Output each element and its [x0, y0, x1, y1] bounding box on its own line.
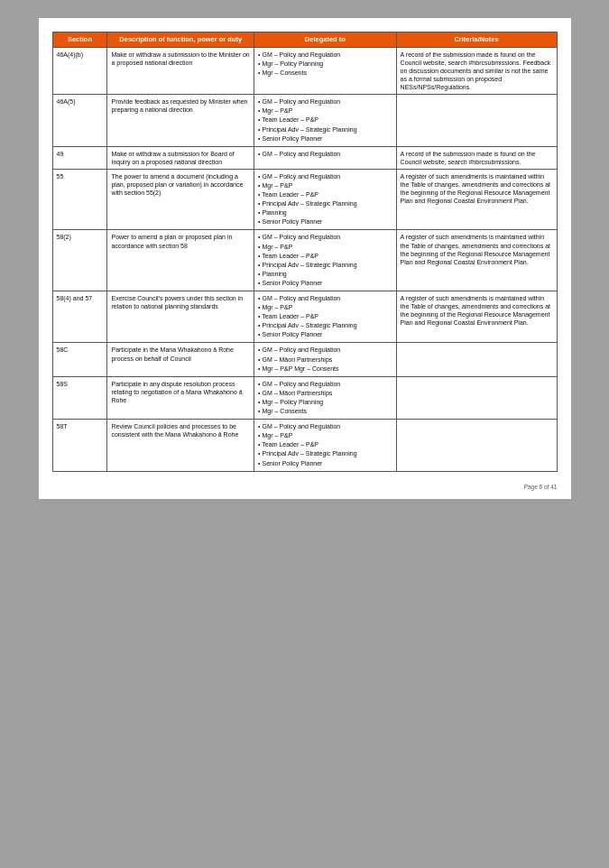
table-row: 46A(5)Provide feedback as requested by M… [52, 95, 557, 146]
cell-criteria [396, 420, 557, 471]
cell-section: 46A(4)(b) [52, 47, 107, 94]
list-item: Mgr – Consents [258, 407, 392, 415]
list-item: Senior Policy Planner [258, 330, 392, 338]
list-item: Planning [258, 270, 392, 278]
list-item: Senior Policy Planner [258, 217, 392, 226]
list-item: Mgr – P&P [258, 106, 392, 115]
list-item: GM – Policy and Regulation [258, 233, 392, 241]
cell-delegated: GM – Policy and RegulationGM – Māori Par… [254, 343, 397, 376]
cell-description: Make or withdraw a submission to the Min… [107, 47, 254, 94]
list-item: Principal Adv – Strategic Planning [258, 125, 392, 134]
list-item: Principal Adv – Strategic Planning [258, 449, 392, 457]
table-row: 58(4) and 57Exercise Council's powers un… [52, 291, 557, 343]
list-item: GM – Policy and Regulation [258, 422, 392, 430]
cell-criteria: A register of such amendments is maintai… [396, 230, 557, 291]
list-item: Team Leader – P&P [258, 190, 392, 199]
list-item: GM – Policy and Regulation [258, 294, 392, 302]
list-item: Mgr – P&P [258, 243, 392, 251]
cell-delegated: GM – Policy and RegulationMgr – P&PTeam … [254, 291, 397, 343]
cell-delegated: GM – Policy and RegulationMgr – P&PTeam … [254, 169, 397, 230]
list-item: Team Leader – P&P [258, 440, 392, 448]
page: Section Description of function, power o… [39, 18, 571, 499]
cell-description: Exercise Council's powers under this sec… [107, 291, 254, 343]
cell-criteria [396, 343, 557, 376]
cell-section: 55 [52, 169, 107, 230]
list-item: GM – Policy and Regulation [258, 97, 392, 106]
cell-delegated: GM – Policy and Regulation [254, 146, 397, 169]
list-item: GM – Policy and Regulation [258, 51, 392, 59]
list-item: Mgr – P&P [258, 431, 392, 439]
cell-delegated: GM – Policy and RegulationMgr – P&PTeam … [254, 230, 397, 291]
cell-section: 58C [52, 343, 107, 376]
cell-criteria [396, 376, 557, 419]
list-item: GM – Policy and Regulation [258, 346, 392, 354]
list-item: Senior Policy Planner [258, 459, 392, 467]
table-row: 58SParticipate in any dispute resolution… [52, 376, 557, 419]
list-item: Mgr – P&P [258, 181, 392, 189]
cell-description: Participate in the Mana Whakahono ā Rohe… [107, 343, 254, 376]
page-number: Page 6 of 41 [524, 484, 558, 490]
list-item: Principal Adv – Strategic Planning [258, 321, 392, 329]
header-section: Section [52, 32, 107, 48]
list-item: Principal Adv – Strategic Planning [258, 261, 392, 269]
cell-description: Make or withdraw a submission for Board … [107, 146, 254, 169]
cell-section: 46A(5) [52, 95, 107, 146]
header-delegated: Delegated to [254, 32, 397, 48]
list-item: Mgr – Consents [258, 69, 392, 77]
cell-criteria [396, 95, 557, 146]
cell-description: Power to amend a plan or proposed plan i… [107, 230, 254, 291]
list-item: Team Leader – P&P [258, 115, 392, 124]
list-item: Principal Adv – Strategic Planning [258, 199, 392, 208]
cell-delegated: GM – Policy and RegulationGM – Māori Par… [254, 376, 397, 419]
cell-delegated: GM – Policy and RegulationMgr – P&PTeam … [254, 95, 397, 146]
cell-description: Review Council policies and processes to… [107, 420, 254, 471]
cell-section: 58T [52, 420, 107, 471]
cell-section: 58(2) [52, 230, 107, 291]
table-row: 58(2)Power to amend a plan or proposed p… [52, 230, 557, 291]
header-description: Description of function, power or duty [107, 32, 254, 48]
cell-description: The power to amend a document (including… [107, 169, 254, 230]
list-item: Mgr – P&P Mgr – Consents [258, 365, 392, 373]
cell-description: Provide feedback as requested by Ministe… [107, 95, 254, 146]
delegation-table: Section Description of function, power o… [52, 32, 558, 472]
list-item: Mgr – Policy Planning [258, 398, 392, 406]
cell-criteria: A record of the submission made is found… [396, 47, 557, 94]
list-item: Mgr – P&P [258, 303, 392, 311]
cell-criteria: A record of the submission made is found… [396, 146, 557, 169]
list-item: GM – Policy and Regulation [258, 172, 392, 180]
cell-description: Participate in any dispute resolution pr… [107, 376, 254, 419]
cell-section: 58(4) and 57 [52, 291, 107, 343]
header-criteria: Criteria/Notes [396, 32, 557, 48]
table-row: 46A(4)(b)Make or withdraw a submission t… [52, 47, 557, 94]
table-row: 58TReview Council policies and processes… [52, 420, 557, 471]
list-item: GM – Policy and Regulation [258, 150, 392, 158]
list-item: Senior Policy Planner [258, 134, 392, 143]
cell-delegated: GM – Policy and RegulationMgr – Policy P… [254, 47, 397, 94]
cell-delegated: GM – Policy and RegulationMgr – P&PTeam … [254, 420, 397, 471]
list-item: Team Leader – P&P [258, 312, 392, 320]
list-item: GM – Māori Partnerships [258, 389, 392, 397]
list-item: Mgr – Policy Planning [258, 60, 392, 68]
list-item: Planning [258, 208, 392, 217]
table-row: 55The power to amend a document (includi… [52, 169, 557, 230]
list-item: Team Leader – P&P [258, 252, 392, 260]
cell-criteria: A register of such amendments is maintai… [396, 169, 557, 230]
table-row: 49Make or withdraw a submission for Boar… [52, 146, 557, 169]
table-row: 58CParticipate in the Mana Whakahono ā R… [52, 343, 557, 376]
cell-section: 58S [52, 376, 107, 419]
cell-section: 49 [52, 146, 107, 169]
cell-criteria: A register of such amendments is maintai… [396, 291, 557, 343]
list-item: GM – Policy and Regulation [258, 380, 392, 388]
list-item: GM – Māori Partnerships [258, 356, 392, 364]
list-item: Senior Policy Planner [258, 279, 392, 287]
